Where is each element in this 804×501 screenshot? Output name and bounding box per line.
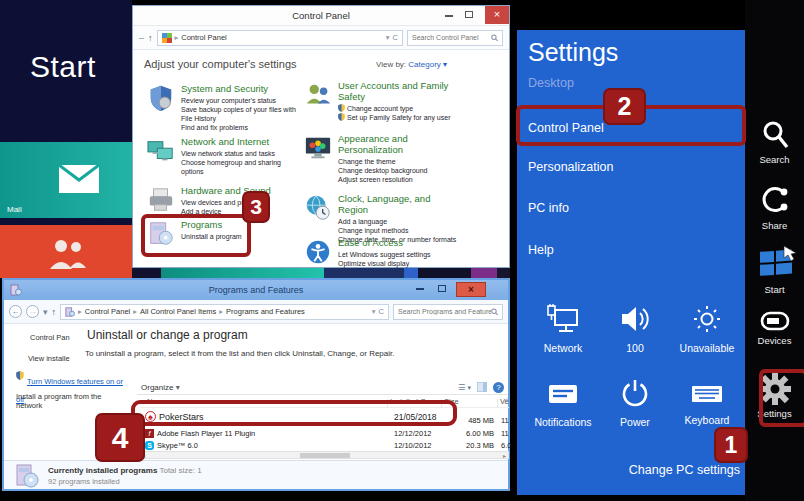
cp-link[interactable]: Optimize visual display: [338, 259, 431, 268]
cp-category-title[interactable]: Network and Internet: [181, 137, 291, 148]
cp-category-title[interactable]: Appearance and Personalization: [338, 134, 438, 156]
change-pc-settings-link[interactable]: Change PC settings: [629, 463, 740, 477]
annotation-box-programs: [141, 214, 251, 257]
cp-link[interactable]: Set up Family Safety for any user: [338, 113, 451, 122]
program-version: 6.0: [501, 441, 511, 450]
charm-devices-label[interactable]: Devices: [745, 335, 804, 346]
crumb-item[interactable]: Programs and Features: [226, 307, 305, 316]
start-screen-title: Start: [30, 50, 96, 84]
cp-up-icon[interactable]: ↑: [148, 33, 153, 43]
table-row-skype[interactable]: S Skype™ 6.0 12/10/2012 20.3 MB 6.0: [139, 439, 509, 451]
cp-search-input[interactable]: [412, 34, 491, 41]
cp-category-title[interactable]: System and Security: [181, 84, 299, 95]
cp-search[interactable]: [407, 30, 503, 46]
start-screen: Start Mail: [0, 0, 132, 278]
help-icon[interactable]: ?: [493, 382, 504, 393]
pf-address-bar: ← → ▾ ↑ ▸ Control Panel ▸ All Control Pa…: [4, 300, 508, 324]
view-by-value[interactable]: Category: [408, 60, 440, 69]
scroll-right-icon[interactable]: ▸: [503, 452, 506, 459]
charm-item-pc-info[interactable]: PC info: [528, 201, 569, 215]
horizontal-scrollbar[interactable]: ◂ ▸: [139, 451, 509, 459]
table-row-adobe-flash[interactable]: f Adobe Flash Player 11 Plugin 12/12/201…: [139, 427, 509, 439]
cp-close-button[interactable]: ×: [485, 6, 509, 24]
pf-sidebar-home[interactable]: Control Pan: [30, 333, 70, 342]
share-charm-icon[interactable]: [761, 186, 789, 216]
charm-share-label[interactable]: Share: [745, 220, 804, 231]
program-size: 6.00 MB: [439, 429, 494, 438]
refresh-icon[interactable]: C: [393, 33, 398, 42]
crumb-item[interactable]: Control Panel: [85, 307, 130, 316]
cp-link[interactable]: View network status and tasks: [181, 149, 291, 158]
settings-tile-network[interactable]: Network: [530, 304, 596, 354]
pf-up-icon[interactable]: ↑: [52, 307, 57, 317]
pf-breadcrumb[interactable]: ▸ Control Panel ▸ All Control Panel Item…: [60, 304, 389, 320]
scrollbar-thumb[interactable]: [300, 453, 350, 458]
devices-charm-icon[interactable]: [760, 308, 790, 334]
cp-link[interactable]: Change the theme: [338, 157, 438, 166]
cp-link[interactable]: Change account type: [338, 104, 451, 113]
pf-search[interactable]: [393, 304, 503, 320]
view-by-dropdown-icon[interactable]: ▾: [443, 60, 447, 69]
refresh-icon[interactable]: C: [379, 307, 384, 316]
pf-search-input[interactable]: [398, 308, 491, 315]
settings-tile-keyboard[interactable]: Keyboard: [674, 382, 740, 426]
program-name: Adobe Flash Player 11 Plugin: [157, 429, 255, 438]
cp-link-label: Set up Family Safety for any user: [347, 114, 451, 121]
notifications-icon: [547, 382, 579, 408]
hardware-sound-icon: [147, 186, 175, 214]
crumb-sep: ▸: [219, 307, 223, 316]
charm-start-label[interactable]: Start: [745, 284, 804, 295]
settings-tile-volume[interactable]: 100: [602, 304, 668, 354]
details-pane-icon[interactable]: [477, 382, 487, 392]
cp-category-title[interactable]: Ease of Access: [338, 238, 431, 249]
cp-breadcrumb[interactable]: ▸ Control Panel ▾ C: [157, 30, 403, 46]
crumb-item[interactable]: All Control Panel Items: [140, 307, 216, 316]
start-charm-icon[interactable]: [758, 244, 796, 282]
volume-icon: [620, 304, 650, 334]
cp-link[interactable]: Change input methods: [338, 226, 458, 235]
cp-back-icon[interactable]: –: [139, 33, 144, 43]
organize-button[interactable]: Organize ▾: [141, 383, 180, 392]
settings-tile-notifications[interactable]: Notifications: [530, 382, 596, 428]
charm-item-help[interactable]: Help: [528, 243, 554, 257]
settings-tile-brightness[interactable]: Unavailable: [674, 304, 740, 354]
cp-link[interactable]: Adjust screen resolution: [338, 175, 438, 184]
mail-envelope-icon: [58, 164, 100, 194]
crumb-dropdown-icon[interactable]: ▾: [372, 307, 376, 316]
crumb-control-panel[interactable]: Control Panel: [181, 33, 226, 42]
search-charm-icon[interactable]: [761, 120, 789, 150]
charm-item-personalization[interactable]: Personalization: [528, 160, 613, 174]
mail-tile[interactable]: Mail: [0, 142, 132, 218]
cp-category-title[interactable]: Clock, Language, and Region: [338, 194, 458, 216]
adobe-flash-icon: f: [145, 429, 154, 438]
cp-category-title[interactable]: User Accounts and Family Safety: [338, 81, 450, 103]
cp-link[interactable]: Find and fix problems: [181, 123, 299, 132]
cp-link[interactable]: Save backup copies of your files with Fi…: [181, 105, 299, 123]
settings-tile-label: 100: [602, 342, 668, 354]
step-badge-3: 3: [242, 191, 270, 223]
cp-link[interactable]: Let Windows suggest settings: [338, 250, 431, 259]
cp-link[interactable]: Add a language: [338, 217, 458, 226]
view-list-icon[interactable]: ☰ ▾: [458, 383, 471, 392]
pf-close-button[interactable]: ×: [456, 282, 486, 297]
scroll-up-icon[interactable]: ^: [505, 396, 509, 405]
crumb-dropdown-icon[interactable]: ▾: [386, 33, 390, 42]
cp-link[interactable]: Review your computer's status: [181, 96, 299, 105]
cp-category-appearance: Appearance and Personalization Change th…: [304, 134, 472, 184]
pf-history-dropdown-icon[interactable]: ▾: [43, 307, 48, 317]
cp-link[interactable]: Change desktop background: [338, 166, 438, 175]
power-icon: [620, 378, 650, 408]
people-tile[interactable]: [0, 225, 132, 278]
cp-link[interactable]: Choose homegroup and sharing options: [181, 158, 291, 176]
cp-header: Adjust your computer's settings: [144, 58, 297, 70]
pf-back-icon[interactable]: ←: [9, 305, 22, 318]
pf-maximize-button[interactable]: [438, 285, 446, 299]
cp-maximize-button[interactable]: [465, 11, 473, 25]
pf-sidebar-updates[interactable]: View installe: [28, 354, 70, 363]
charm-item-desktop[interactable]: Desktop: [528, 76, 574, 90]
installed-programs-icon: [14, 464, 40, 488]
pf-sidebar-install-network[interactable]: Install a program from the network: [16, 392, 124, 410]
pf-forward-icon[interactable]: →: [26, 305, 39, 318]
settings-tile-power[interactable]: Power: [602, 378, 668, 428]
charm-search-label[interactable]: Search: [745, 154, 804, 165]
